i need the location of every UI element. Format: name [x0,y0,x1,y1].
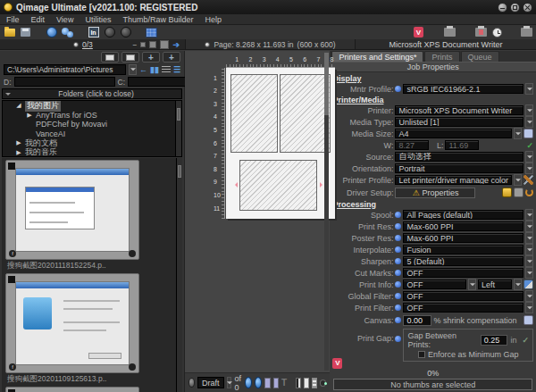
menu-file[interactable]: File [6,15,20,24]
dropdown-icon[interactable] [525,163,533,174]
dropdown-icon[interactable] [514,174,522,186]
dropdown-icon[interactable] [525,290,533,302]
page-canvas[interactable] [226,68,335,219]
gap-input[interactable]: 0.25 [481,335,508,346]
contrast-page-icon[interactable] [296,378,301,388]
d-filter-input[interactable] [14,77,115,87]
thumb-size-medium[interactable] [149,41,156,48]
thumb-view-2-button[interactable] [121,52,139,63]
pause-icon[interactable]: ▮▮ [150,66,159,74]
poster-res-select[interactable]: Max-600 PPI [403,233,523,243]
text-tool-icon[interactable]: T [281,378,287,388]
list-view-icon[interactable] [162,66,171,73]
history-clock-icon[interactable] [490,27,504,38]
printer-select[interactable]: Microsoft XPS Document Writer [395,105,523,115]
tree-collapse-icon[interactable]: ☰ [173,66,180,74]
canvas-input[interactable]: 0.00 [403,315,431,326]
dropdown-icon[interactable] [514,279,522,290]
length-input[interactable]: 11.69 [445,140,479,150]
add-favorite-button[interactable]: + [163,52,180,63]
close-button[interactable] [523,3,532,13]
custom-size-icon[interactable] [523,129,533,138]
global-filter-select[interactable]: OFF [403,291,523,301]
tree-item-music[interactable]: ▶ 我的音乐 [3,148,181,158]
settings-gear-icon[interactable] [255,377,262,388]
dropdown-icon[interactable] [525,255,533,267]
profile-tools-icon[interactable] [523,175,533,185]
folders-header[interactable]: Folders (click to close) [2,88,182,99]
tree-item-anytrans[interactable]: ▶ AnyTrans for iOS [3,111,181,121]
dropdown-icon[interactable] [525,244,533,255]
copy-printer-icon[interactable] [443,27,456,38]
dropdown-icon[interactable] [525,151,533,163]
menu-edit[interactable]: Edit [31,15,46,24]
save-settings-icon[interactable] [19,27,32,38]
rotate-right-icon[interactable] [119,27,132,38]
quality-dropdown-icon[interactable] [227,377,232,388]
tree-collapsed-icon[interactable]: ▶ [15,139,22,146]
dropdown-icon[interactable] [525,83,533,95]
menu-help[interactable]: Help [205,15,222,24]
print-res-select[interactable]: Max-600 PPI [403,221,523,231]
orientation-select[interactable]: Portrait [395,163,523,173]
width-input[interactable]: 8.27 [395,140,429,150]
tree-collapsed-icon[interactable]: ▶ [26,112,33,119]
media-size-select[interactable]: A4 [395,129,512,138]
new-page-icon[interactable] [304,378,309,388]
print-info-edit-icon[interactable] [523,279,533,289]
print-filter-select[interactable]: OFF [403,303,523,313]
dropdown-icon[interactable] [514,128,522,139]
camera-acquire-icon[interactable] [45,27,58,38]
thumb-size-large[interactable] [160,40,169,49]
page-info-icon[interactable] [312,378,317,388]
quality-select[interactable]: Draft [197,377,224,388]
thumbnail-card[interactable] [5,387,139,392]
tree-item-pdfchef[interactable]: PDFChef by Movavi [3,120,181,129]
media-type-select[interactable]: Unlisted [1] [395,117,523,127]
thumbnail-card[interactable]: f [5,160,139,260]
tab-queue[interactable]: Queue [461,51,499,62]
preview-scrollbar[interactable] [324,53,329,371]
printer-alert-icon[interactable] [474,27,488,38]
driver-folder-icon[interactable] [502,188,512,197]
printer-queue-icon[interactable] [520,27,533,38]
thumb-size-small[interactable] [140,42,146,47]
menu-view[interactable]: View [56,15,73,24]
driver-undo-icon[interactable] [525,188,533,196]
thumb-size-arrow-icon[interactable]: ➔ [172,40,180,49]
batch-process-icon[interactable] [61,27,74,38]
print-info-position-select[interactable]: Left [478,279,512,289]
menu-thumb-raw-builder[interactable]: Thumb/Raw Builder [122,15,193,24]
driver-printer-icon[interactable] [514,188,523,197]
interpolate-select[interactable]: Fusion [403,245,523,254]
minimize-button[interactable] [498,3,507,13]
paste-page-icon[interactable] [273,378,279,388]
thumb-counter[interactable]: 0/3 [82,40,93,49]
spool-select[interactable]: All Pages (default) [403,210,523,220]
dropdown-icon[interactable] [525,302,533,313]
file-info-icon[interactable]: f [9,363,16,371]
source-select[interactable]: 自动选择 [395,152,523,162]
page-radio[interactable] [205,42,210,47]
refresh-gear-icon[interactable] [245,377,252,388]
dropdown-icon[interactable] [525,116,533,128]
thumbs-panel-icon[interactable]: In [87,27,100,38]
canvas-page-icon[interactable] [523,315,533,325]
dropdown-icon[interactable] [468,279,476,290]
maximize-button[interactable] [510,3,520,13]
rotate-left-icon[interactable] [103,27,116,38]
page-nav-button[interactable] [188,378,195,388]
thumb-select-box[interactable] [8,163,15,170]
cut-marks-select[interactable]: OFF [403,268,523,278]
thumb-radio[interactable] [73,42,79,47]
print-info-select[interactable]: OFF [403,279,466,289]
tree-scrollbar[interactable] [175,101,181,156]
dropdown-icon[interactable] [525,267,533,279]
folder-path-select[interactable]: C:\Users\Administrator\Pictures [4,64,126,75]
thumbnail-card[interactable]: f [5,273,139,373]
tree-expanded-icon[interactable]: ◢ [15,102,22,109]
dropdown-icon[interactable] [525,104,533,116]
preview-eye-icon[interactable] [320,379,327,387]
sharpen-select[interactable]: 5 (Default) [403,256,523,266]
back-arrow-icon[interactable]: ← [139,66,147,74]
